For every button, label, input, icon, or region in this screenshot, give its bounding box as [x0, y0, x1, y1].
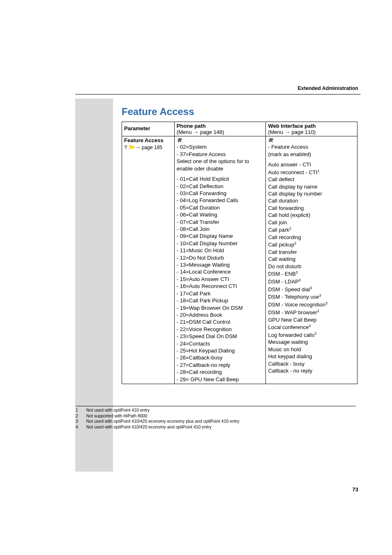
- phone-option-item: - 04=Log Forwarded Calls: [177, 197, 264, 204]
- col-parameter: Parameter: [122, 122, 175, 136]
- footnote-row: 2Not supported with HiPath 8000: [76, 413, 356, 419]
- web-intro-line: - Feature Access: [268, 143, 355, 151]
- phone-option-item: - 09=Call Display Name: [177, 233, 264, 240]
- question-icon: ?: [124, 144, 127, 150]
- phone-intro-block: - 02=System- 37=Feature AccessSelect one…: [177, 143, 264, 172]
- footnote-number: 3: [76, 419, 81, 424]
- col-web-path: Web Interface path (Menu → page 110): [266, 122, 357, 136]
- web-option-item: Auto answer - CTI: [268, 161, 355, 168]
- phone-option-item: - 08=Call Join: [177, 226, 264, 233]
- phone-option-item: - 19=Wap Browser On DSM: [177, 304, 264, 311]
- web-option-item: Message waiting: [268, 339, 355, 345]
- web-option-item: GPU New Call Beep: [268, 316, 355, 323]
- web-option-item: Call deflect: [268, 176, 355, 183]
- web-option-item: DSM - LDAP3: [268, 278, 355, 286]
- phone-option-item: - 11=Music On Hold: [177, 247, 264, 254]
- phone-option-item: - 05=Call Duration: [177, 204, 264, 211]
- phone-option-item: - 12=Do Not Disturb: [177, 254, 264, 261]
- footnote-ref: 3: [317, 309, 319, 313]
- phone-path-header: Phone path: [177, 123, 206, 129]
- running-header: Extended Administration: [298, 85, 358, 91]
- parameter-name: Feature Access: [124, 137, 172, 143]
- table-header-row: Parameter Phone path (Menu → page 148) W…: [122, 122, 357, 136]
- web-menu-page: page 110): [290, 129, 316, 135]
- footnote-ref: 3: [299, 278, 301, 282]
- phone-option-item: - 02=Call Deflection: [177, 183, 264, 190]
- web-intro-line: (mark as enabled): [268, 151, 355, 158]
- web-intro-block: - Feature Access(mark as enabled): [268, 143, 355, 158]
- phone-option-item: - 26=Callback-busy: [177, 354, 264, 361]
- phone-option-item: - 27=Callback-no reply: [177, 362, 264, 368]
- footnote-ref: 4: [309, 324, 311, 328]
- arrow-icon: →: [193, 129, 198, 135]
- footnote-text: Not supported with HiPath 8000: [86, 413, 147, 419]
- wrench-icon: 🛠: [177, 137, 264, 143]
- web-option-item: Call display by number: [268, 190, 355, 197]
- phone-intro-line: Select one of the options for to enable …: [177, 158, 264, 172]
- footnote-ref: 3: [325, 301, 327, 305]
- parameter-page-link: page 185: [142, 145, 162, 150]
- phone-option-item: - 07=Call Transfer: [177, 219, 264, 226]
- phone-option-item: - 18=Call Park Pickup: [177, 297, 264, 304]
- web-menu-prefix: (Menu: [268, 129, 284, 135]
- web-option-item: DSM - Telephony use3: [268, 293, 355, 301]
- feature-access-table: Parameter Phone path (Menu → page 148) W…: [122, 122, 357, 384]
- footnote-row: 4Not used with optiPoint 410/420 economy…: [76, 424, 356, 430]
- phone-option-item: - 25=Hot Keypad Dialing: [177, 347, 264, 354]
- phone-option-item: - 15=Auto Answer CTI: [177, 276, 264, 283]
- footnote-row: 1Not used with optiPoint 410 entry: [76, 408, 356, 413]
- web-path-cell: 🛠 - Feature Access(mark as enabled) Auto…: [266, 136, 357, 384]
- web-option-item: Call display by name: [268, 183, 355, 190]
- footnote-ref: 3: [319, 293, 321, 297]
- phone-intro-line: - 37=Feature Access: [177, 151, 264, 158]
- page-number: 73: [353, 486, 358, 493]
- footnote-number: 2: [76, 413, 81, 419]
- phone-option-item: - 21=DSM Call Control: [177, 318, 264, 325]
- web-option-item: DSM - WAP browser3: [268, 309, 355, 316]
- phone-option-item: - 28=Call recording: [177, 368, 264, 375]
- web-option-item: Call forwarding: [268, 205, 355, 212]
- phone-option-item: - 16=Auto Reconnect CTI: [177, 283, 264, 290]
- web-option-item: DSM - ENB3: [268, 270, 355, 278]
- web-option-item: Call hold (explicit): [268, 212, 355, 219]
- phone-option-item: - 10=Call Display Number: [177, 240, 264, 247]
- web-option-item: Call join: [268, 219, 355, 226]
- web-option-item: DSM - Voice recognition3: [268, 301, 355, 309]
- web-options-list: Auto answer - CTIAuto reconnect - CTI1Ca…: [268, 161, 355, 374]
- web-option-item: Do not disturb: [268, 263, 355, 270]
- flag-icon: [129, 145, 134, 150]
- phone-option-item: - 13=Message Waiting: [177, 261, 264, 268]
- footnote-ref: 3: [310, 286, 312, 290]
- web-option-item: Call duration: [268, 197, 355, 204]
- footnote-ref: 2: [294, 241, 296, 245]
- arrow-icon: →: [285, 129, 290, 135]
- phone-menu-page: page 148): [198, 129, 224, 135]
- phone-intro-line: - 02=System: [177, 143, 264, 151]
- phone-option-item: - 22=Voice Recognition: [177, 326, 264, 333]
- web-option-item: Call transfer: [268, 249, 355, 256]
- phone-option-item: - 03=Call Forwarding: [177, 190, 264, 197]
- phone-option-item: - 01=Call Hold Explicit: [177, 175, 264, 182]
- web-option-item: Call park2: [268, 226, 355, 234]
- web-option-item: Callback - no reply: [268, 367, 355, 374]
- footnote-ref: 1: [317, 169, 319, 173]
- footnote-text: Not used with optiPoint 410/420 economy …: [86, 424, 212, 430]
- footnote-text: Not used with optiPoint 410 entry: [86, 408, 150, 413]
- wrench-icon: 🛠: [268, 137, 355, 143]
- phone-path-cell: 🛠 - 02=System- 37=Feature AccessSelect o…: [174, 136, 266, 384]
- phone-option-item: - 17=Call Park: [177, 290, 264, 297]
- footnotes-block: 1Not used with optiPoint 410 entry2Not s…: [76, 406, 356, 430]
- footnote-text: Not used with optiPoint 410/420 economy …: [86, 419, 239, 424]
- parameter-reference: ? → page 185: [124, 144, 172, 150]
- phone-option-item: - 06=Call Waiting: [177, 211, 264, 218]
- phone-option-item: - 29= GPU New Call Beep: [177, 376, 264, 383]
- phone-option-item: - 20=Address Book: [177, 311, 264, 318]
- web-option-item: Callback - busy: [268, 360, 355, 367]
- parameter-cell: Feature Access ? → page 185: [122, 136, 175, 384]
- phone-menu-prefix: (Menu: [177, 129, 193, 135]
- web-option-item: Call pickup2: [268, 241, 355, 249]
- parameter-header-text: Parameter: [124, 123, 172, 134]
- phone-option-item: - 23=Speed Dial On DSM: [177, 333, 264, 340]
- web-path-header: Web Interface path: [268, 123, 316, 129]
- phone-option-item: - 24=Contacts: [177, 340, 264, 347]
